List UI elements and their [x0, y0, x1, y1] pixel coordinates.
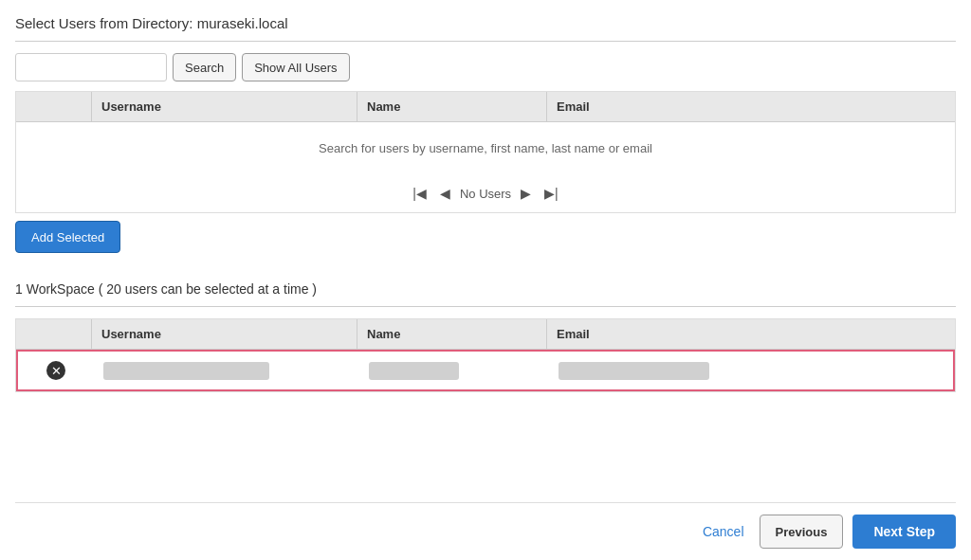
workspace-section-title: 1 WorkSpace ( 20 users can be selected a…	[15, 281, 956, 297]
search-row: Search Show All Users	[15, 53, 956, 81]
first-page-button[interactable]: |◀	[409, 184, 431, 203]
selected-email-cell: ████████████████	[549, 352, 953, 389]
search-input[interactable]	[15, 53, 167, 81]
cancel-button[interactable]: Cancel	[697, 524, 750, 539]
page-title: Select Users from Directory: muraseki.lo…	[15, 15, 956, 31]
col-name: Name	[357, 92, 547, 121]
selected-table-header: Username Name Email	[16, 319, 955, 350]
add-selected-button[interactable]: Add Selected	[15, 221, 120, 253]
col-checkbox	[16, 92, 92, 121]
pagination-label: No Users	[460, 187, 511, 201]
next-step-button[interactable]: Next Step	[852, 515, 956, 549]
selected-username-cell: ██████.local\████████	[94, 352, 359, 389]
title-divider	[15, 41, 956, 42]
selected-email: ████████████████	[559, 362, 709, 380]
sel-col-username: Username	[92, 319, 357, 349]
sel-col-email: Email	[547, 319, 955, 349]
next-page-button[interactable]: ▶	[517, 184, 535, 203]
col-username: Username	[92, 92, 357, 121]
remove-user-button[interactable]: ✕	[46, 361, 65, 380]
selected-name: █████████	[369, 362, 459, 380]
col-email: Email	[547, 92, 955, 121]
search-button[interactable]: Search	[173, 53, 236, 81]
selected-user-row: ✕ ██████.local\████████ █████████ ██████…	[16, 350, 955, 391]
previous-button[interactable]: Previous	[760, 515, 844, 549]
prev-page-button[interactable]: ◀	[436, 184, 454, 203]
table-header: Username Name Email	[16, 92, 955, 122]
table-body: Search for users by username, first name…	[16, 122, 955, 212]
show-all-users-button[interactable]: Show All Users	[242, 53, 349, 81]
sel-col-name: Name	[357, 319, 547, 349]
remove-cell: ✕	[18, 352, 94, 389]
user-search-table: Username Name Email Search for users by …	[15, 91, 956, 213]
footer: Cancel Previous Next Step	[15, 502, 956, 560]
selected-name-cell: █████████	[359, 352, 549, 389]
selected-username: ██████.local\████████	[103, 362, 269, 380]
remove-icon: ✕	[51, 365, 62, 377]
selected-users-table: Username Name Email ✕ ██████.local\█████…	[15, 318, 956, 392]
workspace-divider	[15, 306, 956, 307]
last-page-button[interactable]: ▶|	[540, 184, 562, 203]
pagination: |◀ ◀ No Users ▶ ▶|	[16, 174, 955, 212]
sel-col-checkbox	[16, 319, 92, 349]
empty-message: Search for users by username, first name…	[16, 122, 955, 174]
